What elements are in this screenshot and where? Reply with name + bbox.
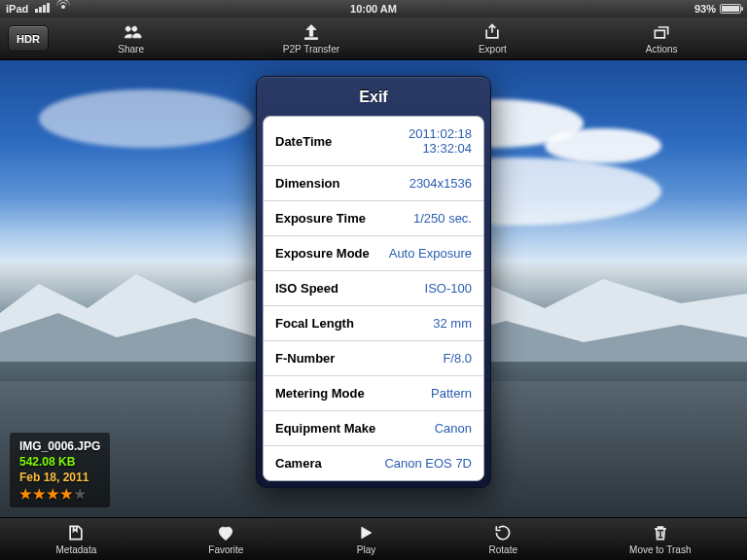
exif-row: ISO SpeedISO-100	[264, 271, 483, 306]
play-icon	[355, 523, 376, 542]
top-item-label: Export	[479, 44, 507, 54]
top-item-label: P2P Transfer	[283, 44, 339, 54]
star-icon: ★	[47, 486, 60, 502]
star-icon: ★	[33, 486, 47, 502]
exif-list[interactable]: DateTime2011:02:18 13:32:04Dimension2304…	[263, 116, 484, 481]
actions-stack-icon	[651, 22, 672, 42]
metadata-button[interactable]: Metadata	[47, 523, 107, 555]
star-icon: ★	[60, 486, 74, 502]
clock: 10:00 AM	[0, 3, 747, 15]
exif-row: F-NumberF/8.0	[264, 341, 483, 376]
bottom-item-label: Favorite	[208, 544, 243, 555]
bottom-item-label: Move to Trash	[629, 544, 691, 555]
top-toolbar-items: Share P2P Transfer Export Actions	[49, 18, 747, 59]
share-icon	[121, 22, 142, 42]
exif-popover: Exif DateTime2011:02:18 13:32:04Dimensio…	[256, 76, 491, 488]
export-button[interactable]: Export	[469, 22, 516, 54]
file-date: Feb 18, 2011	[19, 470, 100, 485]
play-button[interactable]: Play	[345, 523, 386, 555]
exif-row-label: Dimension	[275, 176, 339, 191]
exif-row: Dimension2304x1536	[264, 166, 483, 201]
exif-row-value: 2011:02:18 13:32:04	[364, 126, 472, 156]
ios-status-bar: iPad 10:00 AM 93%	[0, 0, 747, 18]
exif-row: Focal Length32 mm	[264, 306, 483, 341]
file-name: IMG_0006.JPG	[19, 438, 100, 454]
exif-title: Exif	[263, 83, 484, 116]
top-toolbar: HDR Share P2P Transfer Export Actions	[0, 18, 747, 60]
exif-row-label: Metering Mode	[275, 386, 365, 401]
exif-row-value: F/8.0	[443, 351, 472, 366]
bottom-toolbar: Metadata Favorite Play Rotate Move to Tr…	[0, 517, 747, 560]
exif-row-label: Focal Length	[275, 316, 354, 331]
top-item-label: Actions	[646, 44, 678, 54]
exif-row-value: 32 mm	[433, 316, 472, 331]
exif-row-value: 2304x1536	[409, 176, 472, 191]
top-item-label: Share	[118, 44, 144, 54]
exif-row: DateTime2011:02:18 13:32:04	[264, 117, 483, 166]
share-button[interactable]: Share	[108, 22, 154, 54]
exif-row: Exposure Time1/250 sec.	[264, 201, 483, 236]
exif-row: Metering ModePattern	[264, 376, 483, 411]
exif-row-value: 1/250 sec.	[413, 211, 472, 226]
exif-row-label: Exposure Mode	[275, 246, 370, 261]
rotate-icon	[492, 523, 514, 542]
exif-row-value: Canon EOS 7D	[384, 456, 472, 471]
bottom-item-label: Rotate	[489, 544, 517, 555]
trash-icon	[650, 523, 671, 542]
bottom-item-label: Play	[357, 544, 375, 555]
star-icon: ★	[74, 486, 88, 502]
exif-row-label: Camera	[275, 456, 322, 471]
hdr-button[interactable]: HDR	[8, 25, 49, 52]
bottom-item-label: Metadata	[56, 544, 97, 555]
metadata-icon	[65, 523, 87, 542]
file-size: 542.08 KB	[19, 454, 100, 470]
exif-row-value: ISO-100	[425, 281, 472, 296]
exif-row-label: ISO Speed	[275, 281, 338, 296]
rating-stars[interactable]: ★★★★★	[19, 485, 100, 504]
favorite-button[interactable]: Favorite	[198, 523, 253, 555]
exif-row-label: Exposure Time	[275, 211, 366, 226]
star-icon: ★	[19, 486, 33, 502]
exif-row-value: Auto Exposure	[389, 246, 472, 261]
exif-row-label: F-Number	[275, 351, 335, 366]
transfer-up-icon	[301, 22, 322, 42]
exif-row: CameraCanon EOS 7D	[264, 446, 483, 480]
actions-button[interactable]: Actions	[636, 22, 688, 54]
rotate-button[interactable]: Rotate	[480, 523, 527, 555]
export-icon	[481, 22, 503, 42]
move-to-trash-button[interactable]: Move to Trash	[620, 523, 700, 555]
exif-row: Exposure ModeAuto Exposure	[264, 236, 483, 271]
exif-row: Equipment MakeCanon	[264, 411, 483, 446]
exif-row-value: Pattern	[431, 386, 472, 401]
exif-row-label: Equipment Make	[275, 421, 375, 436]
exif-row-label: DateTime	[275, 134, 332, 149]
battery-icon	[720, 4, 741, 14]
hdr-label: HDR	[17, 33, 40, 45]
p2p-transfer-button[interactable]: P2P Transfer	[273, 22, 349, 54]
heart-icon	[215, 523, 236, 542]
exif-row-value: Canon	[435, 421, 472, 436]
file-info-overlay: IMG_0006.JPG 542.08 KB Feb 18, 2011 ★★★★…	[10, 433, 110, 508]
